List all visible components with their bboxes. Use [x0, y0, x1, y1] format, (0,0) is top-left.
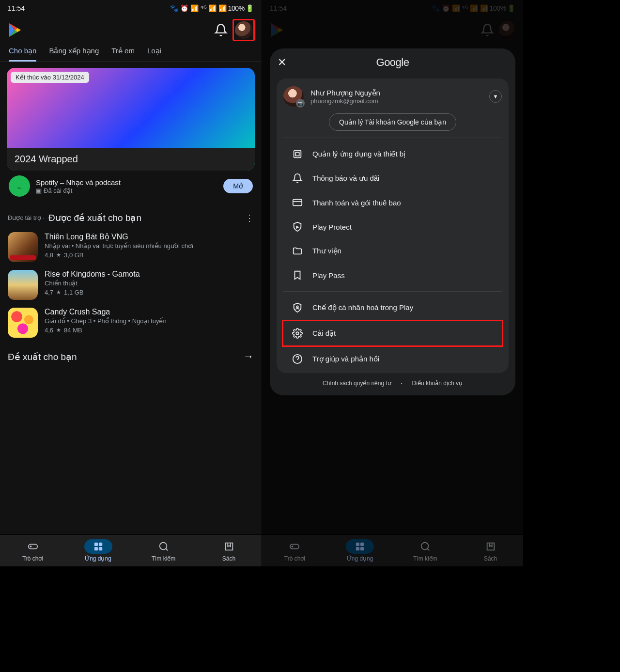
account-avatar: 📷 — [283, 86, 304, 107]
profile-avatar[interactable] — [235, 21, 252, 39]
app-bar — [0, 16, 262, 44]
menu-notifications[interactable]: Thông báo và ưu đãi — [283, 166, 502, 190]
svg-rect-5 — [98, 547, 102, 550]
section-title: Đề xuất cho bạn — [8, 351, 243, 362]
section-sponsored-header: Được tài trợ · Được đề xuất cho bạn ⋮ — [7, 202, 255, 228]
nav-books[interactable]: Sách — [196, 535, 262, 566]
nav-search[interactable]: Tìm kiếm — [131, 535, 196, 566]
gear-icon — [292, 328, 303, 339]
sheet-footer: Chính sách quyền riêng tư • Điều khoản d… — [270, 373, 515, 389]
svg-rect-14 — [356, 543, 359, 546]
promo-card[interactable]: Kết thúc vào 31/12/2024 2024 Wrapped — [7, 68, 255, 171]
divider — [283, 291, 502, 292]
menu-library[interactable]: Thư viện — [283, 239, 502, 263]
privacy-link[interactable]: Chính sách quyền riêng tư — [323, 380, 391, 387]
notifications-icon[interactable] — [214, 23, 228, 37]
more-icon[interactable]: ⋮ — [245, 213, 254, 223]
account-sheet: ✕ Google 📷 Như Phượng Nguyễn phuongzmk@g… — [270, 48, 515, 395]
tab-for-you[interactable]: Cho bạn — [9, 47, 36, 62]
bookmark-icon — [485, 541, 496, 552]
installed-badge-icon: ▣ — [36, 187, 42, 194]
nav-apps[interactable]: Ứng dụng — [65, 535, 131, 566]
app-tags: Giải đố • Ghép 3 • Phổ thông • Ngoại tuy… — [45, 317, 254, 325]
app-name: Candy Crush Saga — [45, 308, 254, 316]
bottom-nav: Trò chơi Ứng dụng Tìm kiếm Sách — [0, 534, 262, 566]
account-row[interactable]: 📷 Như Phượng Nguyễn phuongzmk@gmail.com … — [283, 86, 502, 107]
nav-apps[interactable]: Ứng dụng — [327, 535, 393, 566]
menu-settings[interactable]: Cài đặt — [282, 320, 503, 347]
menu-manage-apps[interactable]: Quản lý ứng dụng và thiết bị — [283, 142, 502, 166]
nav-search[interactable]: Tìm kiếm — [393, 535, 458, 566]
svg-rect-17 — [360, 547, 364, 550]
section-suggested-header[interactable]: Đề xuất cho bạn → — [7, 342, 255, 368]
account-card: 📷 Như Phượng Nguyễn phuongzmk@gmail.com … — [277, 78, 509, 373]
svg-rect-15 — [360, 543, 364, 546]
highlight-avatar — [232, 19, 255, 41]
app-rating: 4,6★84 MB — [45, 327, 254, 334]
folder-icon — [292, 246, 303, 256]
sponsored-label: Được tài trợ · — [8, 214, 45, 221]
apps-grid-icon — [355, 541, 365, 552]
nav-games[interactable]: Trò chơi — [262, 535, 327, 566]
sheet-brand: Google — [376, 56, 409, 69]
menu-payments[interactable]: Thanh toán và gói thuê bao — [283, 190, 502, 215]
manage-account-button[interactable]: Quản lý Tài khoản Google của bạn — [329, 113, 456, 131]
app-icon — [8, 232, 38, 262]
arrow-right-icon: → — [243, 350, 254, 363]
svg-point-6 — [159, 543, 167, 550]
promo-badge: Kết thúc vào 31/12/2024 — [11, 72, 89, 83]
app-tags: Nhập vai • Nhập vai trực tuyến siêu nhiề… — [45, 242, 254, 250]
gamepad-icon — [28, 541, 38, 552]
app-row[interactable]: Thiên Long Bát Bộ VNG Nhập vai • Nhập va… — [7, 228, 255, 266]
app-icon — [8, 270, 38, 300]
menu-play-pass[interactable]: Play Pass — [283, 263, 502, 287]
account-sheet-overlay[interactable]: ✕ Google 📷 Như Phượng Nguyễn phuongzmk@g… — [262, 0, 523, 566]
account-name: Như Phượng Nguyễn — [310, 89, 482, 97]
menu-personalization[interactable]: Chế độ cá nhân hoá trong Play — [283, 296, 502, 320]
help-icon — [292, 354, 303, 364]
menu-play-protect[interactable]: Play Protect — [283, 215, 502, 239]
camera-badge-icon: 📷 — [296, 99, 305, 108]
top-tabs: Cho bạn Bảng xếp hạng Trẻ em Loại — [0, 44, 262, 62]
spotify-icon — [9, 175, 30, 197]
app-rating: 4,8★3,0 GB — [45, 251, 254, 259]
status-icons: 🐾 ⏰ 📶 ⁴ᴳ 📶 📶 100%🔋 — [170, 4, 254, 12]
tab-kids[interactable]: Trẻ em — [111, 47, 135, 62]
tab-rankings[interactable]: Bảng xếp hạng — [49, 47, 99, 62]
tab-categories[interactable]: Loại — [147, 47, 161, 62]
account-email: phuongzmk@gmail.com — [310, 97, 482, 105]
svg-point-0 — [13, 180, 26, 192]
svg-point-11 — [296, 332, 299, 335]
svg-rect-3 — [98, 543, 102, 546]
nav-books[interactable]: Sách — [458, 535, 523, 566]
menu-help[interactable]: Trợ giúp và phản hồi — [283, 347, 502, 371]
svg-rect-16 — [356, 547, 359, 550]
open-button[interactable]: Mở — [223, 179, 253, 193]
person-shield-icon — [292, 302, 303, 313]
promo-title: 2024 Wrapped — [7, 148, 255, 171]
app-tags: Chiến thuật — [45, 280, 254, 287]
svg-rect-4 — [94, 547, 97, 550]
svg-rect-9 — [293, 200, 302, 206]
apps-grid-icon — [93, 541, 104, 552]
main-content[interactable]: Kết thúc vào 31/12/2024 2024 Wrapped Spo… — [0, 62, 262, 534]
nav-games[interactable]: Trò chơi — [0, 535, 65, 566]
play-store-logo-icon — [7, 22, 23, 38]
divider — [283, 138, 502, 138]
featured-app-row[interactable]: Spotify – Nhạc và podcast ▣ Đã cài đặt M… — [7, 171, 255, 202]
featured-app-status: ▣ Đã cài đặt — [36, 187, 217, 194]
app-row[interactable]: Rise of Kingdoms - Gamota Chiến thuật 4,… — [7, 266, 255, 304]
app-row[interactable]: Candy Crush Saga Giải đố • Ghép 3 • Phổ … — [7, 304, 255, 342]
svg-rect-2 — [94, 543, 97, 546]
terms-link[interactable]: Điều khoản dịch vụ — [412, 380, 463, 387]
status-time: 11:54 — [8, 4, 25, 12]
app-name: Rise of Kingdoms - Gamota — [45, 270, 254, 279]
svg-rect-13 — [290, 544, 299, 548]
bottom-nav: Trò chơi Ứng dụng Tìm kiếm Sách — [262, 534, 523, 566]
close-icon[interactable]: ✕ — [278, 56, 286, 69]
shield-icon — [292, 221, 303, 232]
grid-icon — [292, 149, 303, 159]
chevron-down-icon[interactable]: ▼ — [489, 90, 502, 103]
status-bar: 11:54 🐾 ⏰ 📶 ⁴ᴳ 📶 📶 100%🔋 — [0, 0, 262, 16]
svg-point-18 — [421, 543, 429, 550]
